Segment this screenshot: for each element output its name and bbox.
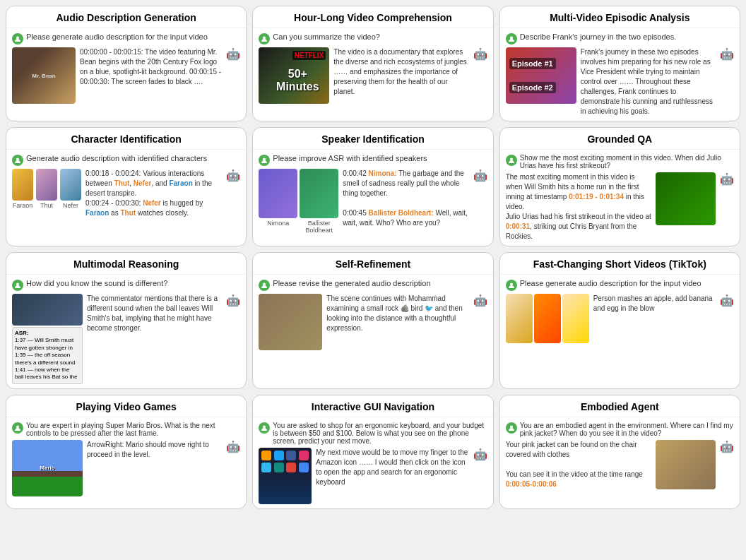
question-row: Please revise the generated audio descri… [259, 279, 487, 291]
response-text: 00:00:00 - 00:00:15: The video featuring… [80, 47, 222, 117]
thut-label: Thut [36, 202, 57, 209]
question-row: Describe Frank's journey in the two epis… [506, 32, 734, 44]
chrome-icon [299, 463, 309, 472]
nefer-ref2: Nefer [143, 199, 161, 207]
card-multimodal: Multimodal Reasoning How did you know th… [6, 252, 247, 389]
nefer-label: Nefer [60, 202, 81, 209]
response-text: Frank's journey in these two episodes in… [581, 47, 716, 117]
tiktok-img1 [506, 294, 533, 343]
response-icon: 🤖 [226, 440, 240, 504]
question-row: How did you know the sound is different? [12, 279, 240, 291]
nimona-img [259, 169, 297, 218]
main-grid: Audio Description Generation Please gene… [6, 6, 740, 509]
question-text: Please generate audio description for th… [520, 279, 701, 287]
question-row: Show me the most exciting moment in this… [506, 154, 734, 169]
user-icon [12, 422, 23, 434]
question-row: You are an embodied agent in the environ… [506, 422, 734, 437]
card-grounded-qa: Grounded QA Show me the most exciting mo… [499, 127, 740, 246]
question-text: Generate audio description with identifi… [26, 154, 207, 162]
content-area: Episode #1 Episode #2 Frank's journey in… [506, 47, 734, 117]
question-text: Describe Frank's journey in the two epis… [520, 32, 677, 41]
asr-box: ASR: 1:37 — Will Smith must have gotten … [12, 327, 83, 384]
user-icon [506, 33, 517, 44]
card-title-audio-description: Audio Description Generation [6, 6, 246, 28]
card-tiktok: Fast-Changing Short Videos (TikTok) Plea… [499, 252, 740, 389]
response-text: The most exciting moment in this video i… [506, 172, 651, 242]
content-area: Your pink jacket can be found on the cha… [506, 440, 734, 504]
mario-thumbnail: Mario [12, 440, 83, 496]
content-area: The scene continues with Mohammad examin… [259, 294, 487, 384]
question-row: Please improve ASR with identified speak… [259, 154, 487, 166]
response-icon: 🤖 [226, 294, 240, 384]
card-title-grounded-qa: Grounded QA [500, 128, 740, 150]
content-area: Nimona BallisterBoldheart 0:00:42 Nimona… [259, 169, 487, 242]
char-labels-row: Faraon Thut Nefer [12, 202, 81, 209]
question-row: Generate audio description with identifi… [12, 154, 240, 166]
tiktok-img3 [562, 294, 589, 343]
user-icon [259, 422, 270, 434]
content-area: My next move would be to move my finger … [259, 448, 487, 504]
question-row: You are expert in playing Super Mario Br… [12, 422, 240, 437]
nefer-ref1: Nefer [134, 179, 152, 187]
response-icon: 🤖 [226, 47, 240, 117]
user-icon [259, 33, 270, 44]
card-body-embodied-agent: You are an embodied agent in the environ… [500, 417, 740, 508]
speakers-container: Nimona BallisterBoldheart [259, 169, 338, 242]
card-body-self-refinement: Please revise the generated audio descri… [253, 275, 492, 388]
characters-container: Faraon Thut Nefer [12, 169, 81, 242]
content-area: Faraon Thut Nefer 0:00:18 - 0:00:24: Var… [12, 169, 240, 242]
question-text: Please improve ASR with identified speak… [273, 154, 427, 162]
tiktok-img2 [534, 294, 561, 343]
ballister-ref: Ballister Boldheart: [368, 209, 433, 217]
jacket-thumbnail [656, 440, 716, 489]
card-body-multi-video: Describe Frank's journey in the two epis… [500, 28, 740, 121]
svg-point-5 [510, 158, 513, 161]
mario-label: Mario [40, 465, 54, 471]
response-text: My next move would be to move my finger … [316, 448, 468, 504]
response-icon: 🤖 [720, 294, 734, 384]
content-area: Person mashes an apple, add banana and e… [506, 294, 734, 384]
text1: Your pink jacket can be found on the cha… [506, 441, 643, 478]
rock-thumbnail [259, 294, 322, 350]
svg-point-9 [16, 425, 19, 428]
card-title-multi-video: Multi-Video Episodic Analysis [500, 6, 740, 28]
svg-point-2 [510, 37, 513, 40]
ballister-label: BallisterBoldheart [306, 220, 333, 234]
amazon-icon [261, 451, 271, 460]
phone-thumbnail [259, 448, 312, 504]
response-icon: 🤖 [473, 294, 487, 384]
user-icon [259, 155, 270, 166]
question-row: Please generate audio description for th… [12, 32, 240, 44]
user-icon [12, 280, 23, 291]
text-part-5: is hugged by [161, 199, 203, 207]
video-thumbnail: Episode #1 Episode #2 [506, 47, 576, 104]
question-row: Please generate audio description for th… [506, 279, 734, 291]
card-title-hour-long: Hour-Long Video Comprehension [253, 6, 492, 28]
user-icon [506, 155, 517, 166]
response-icon: 🤖 [226, 169, 240, 242]
question-text: You are an embodied agent in the environ… [520, 422, 734, 437]
card-title-speaker-id: Speaker Identification [253, 128, 492, 150]
response-icon: 🤖 [473, 448, 487, 504]
user-icon [12, 33, 23, 44]
card-multi-video: Multi-Video Episodic Analysis Describe F… [499, 6, 740, 121]
episode2-badge: Episode #2 [509, 82, 556, 93]
time-range: 0:00:05-0:00:06 [506, 480, 557, 488]
whatsapp-icon [261, 463, 271, 472]
gmail-icon [286, 463, 296, 472]
text-part-7: watches closely. [136, 209, 189, 217]
fb-icon [286, 451, 296, 460]
card-body-speaker-id: Please improve ASR with identified speak… [253, 150, 492, 246]
response-text: Your pink jacket can be found on the cha… [506, 440, 651, 504]
response-icon: 🤖 [473, 47, 487, 117]
card-title-interactive-gui: Interactive GUI Navigation [253, 395, 492, 417]
svg-point-0 [16, 37, 19, 40]
card-speaker-id: Speaker Identification Please improve AS… [252, 127, 493, 246]
question-row: Can you summarize the video? [259, 32, 487, 44]
response-text: The video is a documentary that explores… [333, 47, 468, 117]
card-title-self-refinement: Self-Refinement [253, 253, 492, 275]
user-icon [506, 280, 517, 291]
nimona-ref: Nimona: [368, 169, 396, 177]
faraon-ref2: Faraon [85, 209, 109, 217]
insta-icon [299, 451, 309, 460]
